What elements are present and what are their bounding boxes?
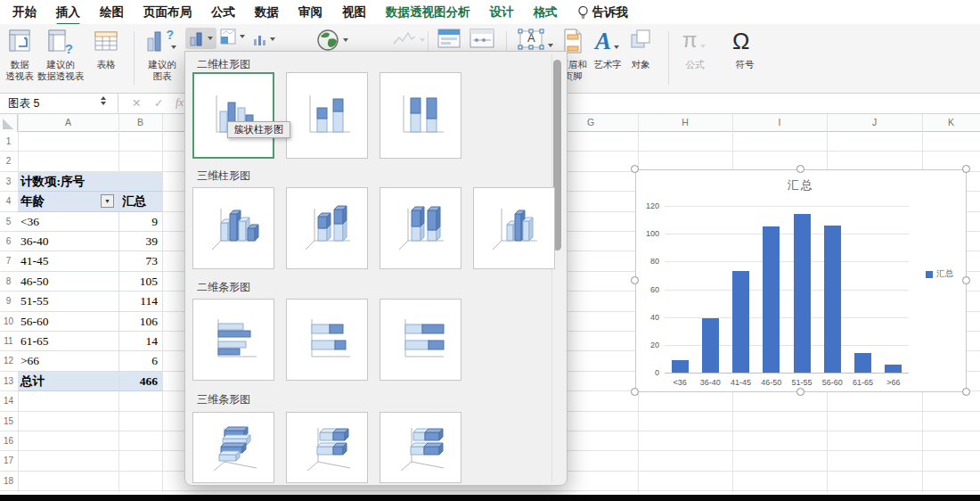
object-label[interactable]: 对象 — [625, 59, 656, 70]
row-header-11[interactable]: 11 — [0, 332, 17, 351]
filter-button[interactable]: ▼ — [101, 194, 114, 208]
pivot-value-cell[interactable]: 14 — [118, 332, 162, 350]
chart-type-bar3d-100[interactable] — [380, 412, 461, 483]
pivot-table-label[interactable]: 数据透视表 — [0, 59, 39, 82]
pivot-value-cell[interactable]: 105 — [118, 272, 162, 291]
column-header-I[interactable]: I — [732, 117, 827, 127]
row-header-3[interactable]: 3 — [0, 172, 17, 192]
chart-type-bar3d-stacked[interactable] — [286, 412, 368, 483]
row-header-12[interactable]: 12 — [0, 351, 17, 371]
row-header-6[interactable]: 6 — [0, 232, 17, 251]
column-header-K[interactable]: K — [922, 117, 980, 127]
pivot-label-cell[interactable]: >66 — [18, 351, 118, 370]
pivot-label-cell[interactable]: 46-50 — [18, 272, 118, 291]
row-header-1[interactable]: 1 — [0, 132, 17, 152]
pivot-value-cell[interactable]: 9 — [118, 212, 162, 231]
pivot-value-cell[interactable]: 39 — [118, 232, 162, 250]
chart-bar[interactable] — [763, 226, 780, 373]
tab-开始[interactable]: 开始 — [12, 4, 37, 21]
chart-resize-handle[interactable] — [631, 388, 639, 396]
tab-格式[interactable]: 格式 — [534, 4, 558, 21]
insert-small-chart-button[interactable] — [253, 32, 275, 46]
pivot-table-icon[interactable] — [7, 28, 32, 54]
chart-resize-handle[interactable] — [962, 388, 970, 396]
pivot-table[interactable]: 计数项:序号年龄▼汇总<36936-403941-457346-5010551-… — [18, 172, 162, 391]
insert-combo-chart-button[interactable] — [219, 28, 245, 45]
chart-resize-handle[interactable] — [962, 276, 970, 284]
chart-type-col3d-100[interactable] — [380, 187, 461, 269]
row-header-14[interactable]: 14 — [0, 391, 17, 411]
row-header-15[interactable]: 15 — [0, 412, 17, 431]
row-header-7[interactable]: 7 — [0, 251, 17, 271]
select-all-corner[interactable] — [0, 114, 18, 132]
chart-type-col2d-stacked[interactable] — [286, 72, 368, 159]
tab-插入[interactable]: 插入 — [56, 4, 80, 21]
row-header-4[interactable]: 4 — [0, 192, 17, 211]
pivot-label-cell[interactable]: 56-60 — [18, 312, 118, 331]
chart-title[interactable]: 汇总 — [636, 177, 966, 193]
row-header-8[interactable]: 8 — [0, 272, 17, 292]
recommended-pivot-icon[interactable]: ? — [46, 28, 73, 58]
recommended-chart-icon[interactable]: ? — [145, 28, 176, 58]
chart-type-col3d-stacked[interactable] — [286, 187, 368, 269]
chart-type-col2d-clustered[interactable] — [192, 72, 274, 159]
chart-resize-handle[interactable] — [796, 165, 804, 173]
enter-button[interactable]: ✓ — [154, 96, 163, 110]
tab-数据透视图分析[interactable]: 数据透视图分析 — [386, 4, 470, 21]
chart-object[interactable]: 汇总 汇总 020406080100120<3636-4041-4546-505… — [635, 169, 967, 392]
pivot-label-cell[interactable]: 51-55 — [18, 292, 118, 310]
pivot-value-cell[interactable]: 106 — [118, 312, 162, 331]
row-header-18[interactable]: 18 — [0, 472, 17, 491]
column-header-A[interactable]: A — [18, 117, 118, 127]
table-label[interactable]: 表格 — [90, 59, 122, 70]
pivot-label-cell[interactable]: 36-40 — [18, 232, 118, 250]
tab-审阅[interactable]: 审阅 — [298, 4, 323, 21]
pivot-value-cell[interactable]: 6 — [118, 351, 162, 370]
tell-me[interactable]: 告诉我 — [577, 4, 629, 21]
insert-column-chart-button[interactable] — [185, 28, 216, 49]
row-header-9[interactable]: 9 — [0, 292, 17, 311]
recommended-chart-label[interactable]: 建议的图表 — [141, 59, 184, 82]
pivot-value-cell[interactable]: 73 — [118, 251, 162, 270]
tab-绘图[interactable]: 绘图 — [100, 4, 124, 21]
chart-bar[interactable] — [672, 360, 689, 373]
chart-type-col3d-basic[interactable] — [473, 187, 555, 269]
column-header-H[interactable]: H — [638, 117, 732, 127]
chart-resize-handle[interactable] — [631, 276, 639, 284]
equation-icon[interactable]: π — [682, 28, 706, 53]
tab-数据[interactable]: 数据 — [255, 4, 279, 21]
cancel-button[interactable]: ✕ — [132, 96, 141, 110]
tab-公式[interactable]: 公式 — [211, 4, 235, 21]
chart-resize-handle[interactable] — [962, 165, 970, 173]
wordart-label[interactable]: 艺术字 — [588, 59, 627, 70]
chart-type-bar2d-100[interactable] — [380, 299, 461, 381]
name-box-stepper[interactable] — [101, 96, 106, 105]
pivot-label-cell[interactable]: 61-65 — [18, 332, 118, 350]
pivot-label-cell[interactable]: <36 — [18, 212, 118, 231]
chart-bar[interactable] — [885, 365, 902, 373]
row-header-17[interactable]: 17 — [0, 451, 17, 471]
pivot-value-cell[interactable]: 114 — [118, 292, 162, 310]
chart-resize-handle[interactable] — [796, 388, 804, 396]
column-header-J[interactable]: J — [827, 117, 922, 127]
sparkline-button[interactable] — [392, 32, 425, 48]
chart-type-col3d-clustered[interactable] — [192, 187, 274, 269]
timeline-button[interactable] — [469, 28, 495, 49]
chart-resize-handle[interactable] — [631, 165, 639, 173]
chart-bar[interactable] — [732, 271, 749, 373]
symbol-icon[interactable]: Ω — [732, 28, 749, 54]
maps-button[interactable] — [315, 28, 348, 53]
chart-type-bar2d-stacked[interactable] — [286, 299, 368, 381]
row-header-16[interactable]: 16 — [0, 431, 17, 451]
tab-设计[interactable]: 设计 — [490, 4, 514, 21]
slicer-button[interactable] — [437, 28, 461, 49]
column-header-B[interactable]: B — [118, 117, 162, 127]
tab-页面布局[interactable]: 页面布局 — [143, 4, 192, 21]
chart-bar[interactable] — [854, 353, 871, 373]
recommended-pivot-label[interactable]: 建议的数据透视表 — [36, 59, 86, 82]
row-header-2[interactable]: 2 — [0, 152, 17, 171]
row-header-5[interactable]: 5 — [0, 212, 17, 232]
pivot-label-cell[interactable]: 41-45 — [18, 251, 118, 270]
chart-legend[interactable]: 汇总 — [926, 268, 953, 280]
chart-type-bar2d-clustered[interactable] — [192, 299, 274, 381]
